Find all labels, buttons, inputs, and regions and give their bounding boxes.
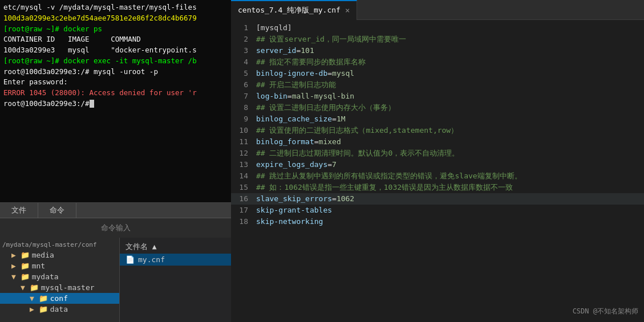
code-line: 17skip-grant-tables [231, 205, 644, 216]
editor-tab-active[interactable]: centos_7.4_纯净版_my.cnf × [231, 0, 357, 20]
bottom-bar: 文件 命令 命令输入 /mydata/mysql-master/conf▶ 📁m… [0, 202, 231, 322]
line-number: 17 [231, 205, 254, 216]
code-line: 13expire_logs_days=7 [231, 159, 644, 170]
file-tree-left: /mydata/mysql-master/conf▶ 📁media▶ 📁mnt▼… [0, 238, 120, 322]
line-number: 14 [231, 170, 254, 182]
line-content: [mysqld] [254, 22, 644, 34]
code-line: 12## 二进制日志过期清理时间。默认值为0，表示不自动清理。 [231, 148, 644, 159]
terminal-line: root@100d3a0299e3:/# [3, 99, 228, 109]
code-line: 4## 指定不需要同步的数据库名称 [231, 56, 644, 68]
line-content: binlog-ignore-db=mysql [254, 68, 644, 79]
code-line: 14## 跳过主从复制中遇到的所有错误或指定类型的错误，避免slave端复制中断… [231, 170, 644, 182]
file-list-icon: 📄 [125, 255, 135, 264]
file-list: 📄my.cnf [120, 254, 231, 266]
terminal-line: root@100d3a0299e3:/# mysql -uroot -p [3, 67, 228, 78]
terminal-line: ERROR 1045 (28000): Access denied for us… [3, 88, 228, 99]
terminal-content: etc/mysql -v /mydata/mysql-master/mysql-… [0, 0, 231, 202]
line-content: server_id=101 [254, 45, 644, 56]
tree-item-mysql-master[interactable]: ▼ 📁mysql-master [0, 282, 119, 293]
file-list-header: 文件名 ▲ [120, 240, 231, 254]
code-line: 7log-bin=mall-mysql-bin [231, 91, 644, 102]
command-input-label: 命令输入 [0, 218, 231, 238]
file-tree-right: 文件名 ▲ 📄my.cnf [120, 238, 231, 322]
left-panel: etc/mysql -v /mydata/mysql-master/mysql-… [0, 0, 231, 322]
line-content: ## 设置server_id，同一局域网中需要唯一 [254, 34, 644, 45]
line-number: 12 [231, 148, 254, 159]
line-content: slave_skip_errors=1062 [254, 193, 644, 205]
tab-close-button[interactable]: × [345, 6, 350, 15]
line-content: expire_logs_days=7 [254, 159, 644, 170]
folder-icon: ▼ 📁 [21, 283, 39, 292]
tree-path: /mydata/mysql-master/conf [0, 240, 119, 250]
line-content: log-bin=mall-mysql-bin [254, 91, 644, 102]
line-content: ## 跳过主从复制中遇到的所有错误或指定类型的错误，避免slave端复制中断。 [254, 170, 644, 182]
code-line: 3server_id=101 [231, 45, 644, 56]
tree-item-conf[interactable]: ▼ 📁conf [0, 293, 119, 304]
folder-icon: ▶ 📁 [30, 305, 48, 313]
right-panel: centos_7.4_纯净版_my.cnf × 1[mysqld]2## 设置s… [231, 0, 644, 322]
tree-item-label: media [32, 251, 54, 259]
file-list-item-label: my.cnf [138, 255, 165, 264]
line-number: 6 [231, 79, 254, 91]
line-number: 8 [231, 102, 254, 113]
file-column-header-label: 文件名 ▲ [125, 242, 157, 252]
tree-item-data[interactable]: ▶ 📁data [0, 304, 119, 315]
line-content: binlog_format=mixed [254, 136, 644, 148]
code-line: 8## 设置二进制日志使用内存大小（事务） [231, 102, 644, 113]
tree-item-label: mnt [32, 262, 45, 270]
folder-icon: ▼ 📁 [30, 294, 48, 303]
file-list-item-my.cnf[interactable]: 📄my.cnf [120, 254, 231, 266]
folder-icon: ▶ 📁 [11, 251, 30, 259]
tree-item-label: mysql-master [41, 283, 95, 292]
watermark: CSDN @不知名架构师 [573, 307, 638, 316]
terminal-line: CONTAINER ID IMAGE COMMAND [3, 34, 228, 45]
code-line: 15## 如：1062错误是指一些主键重复，1032错误是因为主从数据库数据不一… [231, 182, 644, 193]
editor-content: 1[mysqld]2## 设置server_id，同一局域网中需要唯一3serv… [231, 20, 644, 322]
tab-file[interactable]: 文件 [0, 203, 38, 218]
editor-tab-title: centos_7.4_纯净版_my.cnf [238, 5, 341, 15]
terminal-line: etc/mysql -v /mydata/mysql-master/mysql-… [3, 2, 228, 13]
line-number: 4 [231, 56, 254, 68]
line-content: ## 指定不需要同步的数据库名称 [254, 56, 644, 68]
tree-item-label: conf [50, 294, 68, 303]
terminal-line: 100d3a0299e3 mysql "docker-entrypoint.s [3, 45, 228, 56]
terminal-line: [root@raw ~]# docker ps [3, 24, 228, 35]
folder-icon: ▶ 📁 [11, 262, 30, 270]
line-number: 16 [231, 193, 254, 205]
line-number: 1 [231, 22, 254, 34]
line-number: 15 [231, 182, 254, 193]
tree-item-mnt[interactable]: ▶ 📁mnt [0, 260, 119, 271]
folder-icon: ▼ 📁 [11, 272, 30, 281]
tab-command[interactable]: 命令 [38, 203, 76, 218]
editor-tab-bar: centos_7.4_纯净版_my.cnf × [231, 0, 644, 20]
line-number: 9 [231, 113, 254, 125]
line-number: 5 [231, 68, 254, 79]
line-number: 10 [231, 125, 254, 136]
line-content: ## 开启二进制日志功能 [254, 79, 644, 91]
tree-item-media[interactable]: ▶ 📁media [0, 250, 119, 260]
line-number: 2 [231, 34, 254, 45]
code-line: 10## 设置使用的二进制日志格式（mixed,statement,row） [231, 125, 644, 136]
line-number: 13 [231, 159, 254, 170]
code-line: 2## 设置server_id，同一局域网中需要唯一 [231, 34, 644, 45]
terminal-line: 100d3a0299e3c2ebe7d54aee7581e2e86f2c8dc4… [3, 13, 228, 24]
line-content: ## 如：1062错误是指一些主键重复，1032错误是因为主从数据库数据不一致 [254, 182, 644, 193]
line-content: ## 设置二进制日志使用内存大小（事务） [254, 102, 644, 113]
code-line: 11binlog_format=mixed [231, 136, 644, 148]
code-line: 18skip-networking [231, 216, 644, 227]
terminal-cursor [90, 100, 94, 108]
line-content: ## 设置使用的二进制日志格式（mixed,statement,row） [254, 125, 644, 136]
line-content: binlog_cache_size=1M [254, 113, 644, 125]
tree-item-label: data [50, 305, 68, 313]
code-line: 1[mysqld] [231, 22, 644, 34]
line-content: skip-grant-tables [254, 205, 644, 216]
code-line: 9binlog_cache_size=1M [231, 113, 644, 125]
line-number: 7 [231, 91, 254, 102]
bottom-tabs: 文件 命令 [0, 203, 231, 218]
line-number: 3 [231, 45, 254, 56]
terminal-line: Enter password: [3, 77, 228, 88]
tree-item-mydata[interactable]: ▼ 📁mydata [0, 271, 119, 282]
code-line: 5binlog-ignore-db=mysql [231, 68, 644, 79]
line-content: skip-networking [254, 216, 644, 227]
tree-item-label: mydata [32, 272, 59, 281]
